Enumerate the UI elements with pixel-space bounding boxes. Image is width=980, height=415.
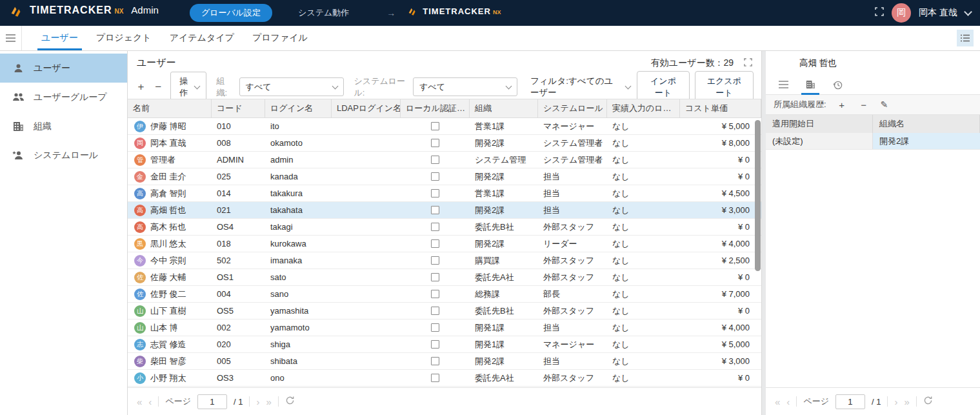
chevron-down-icon[interactable]	[964, 8, 972, 16]
column-header[interactable]: ログイン名	[265, 99, 332, 117]
fullscreen-icon[interactable]	[875, 7, 884, 19]
local-auth-checkbox[interactable]	[431, 374, 439, 382]
table-row[interactable]: 佐佐藤 大輔OS1sato委託先A社外部スタッフなし¥ 0	[128, 269, 761, 286]
local-auth-checkbox[interactable]	[431, 239, 439, 248]
detail-tab-history[interactable]	[824, 75, 851, 94]
history-row[interactable]: (未設定)開発2課	[766, 133, 980, 150]
edit-history-icon[interactable]: ✎	[881, 99, 888, 110]
table-row[interactable]: 金金田 圭介025kanada開発2課担当なし¥ 0	[128, 168, 761, 185]
detail-tab-properties[interactable]	[770, 75, 797, 94]
local-auth-checkbox[interactable]	[431, 357, 439, 365]
table-row[interactable]: 岡岡本 直哉008okamoto開発2課システム管理者なし¥ 8,000	[128, 135, 761, 152]
first-page-button[interactable]: «	[775, 396, 780, 407]
role-filter-select[interactable]: すべて	[413, 77, 517, 96]
current-user-avatar[interactable]: 岡	[892, 3, 911, 23]
column-header[interactable]: コード	[212, 99, 265, 117]
tab-users[interactable]: ユーザー	[32, 26, 87, 50]
user-name: 黒川 悠太	[150, 238, 186, 250]
add-user-button[interactable]: +	[135, 81, 146, 94]
column-header[interactable]: 適用開始日	[766, 115, 873, 133]
column-header[interactable]: 名前	[128, 99, 212, 117]
local-auth-checkbox[interactable]	[431, 323, 439, 332]
local-auth-checkbox[interactable]	[431, 340, 439, 349]
global-settings-button[interactable]: グローバル設定	[190, 4, 272, 22]
column-header[interactable]: LDAPログイン名	[332, 99, 401, 117]
user-filter-dropdown[interactable]: フィルタ:すべてのユーザー	[530, 76, 630, 99]
local-auth-checkbox[interactable]	[431, 223, 439, 231]
refresh-icon[interactable]	[285, 396, 295, 407]
table-row[interactable]: 高高倉 智則014takakura営業1課担当なし¥ 4,500	[128, 185, 761, 202]
detail-tab-organization[interactable]	[797, 75, 824, 94]
page-number-input[interactable]	[835, 394, 865, 409]
tab-projects[interactable]: プロジェクト	[87, 26, 161, 50]
expand-panel-icon[interactable]	[744, 57, 752, 69]
column-header[interactable]: 実績入力のロ…	[607, 99, 680, 117]
tab-item-types[interactable]: アイテムタイプ	[161, 26, 243, 50]
input-role: なし	[607, 135, 680, 151]
local-auth-checkbox[interactable]	[431, 290, 439, 298]
last-page-button[interactable]: »	[266, 396, 271, 407]
ldap-login-name	[332, 252, 401, 268]
sidebar-item-organizations[interactable]: 組織	[0, 112, 127, 141]
table-row[interactable]: 伊伊藤 博昭010ito営業1課マネージャーなし¥ 5,000	[128, 118, 761, 135]
remove-history-button[interactable]: −	[857, 99, 870, 110]
column-header[interactable]: 組織名	[873, 115, 980, 133]
next-page-button[interactable]: ›	[894, 396, 897, 407]
local-auth-checkbox[interactable]	[431, 122, 439, 130]
menu-icon[interactable]	[0, 26, 22, 50]
last-page-button[interactable]: »	[904, 396, 909, 407]
login-name: shibata	[265, 353, 332, 369]
system-behavior-link[interactable]: システム動作	[298, 7, 349, 19]
current-user-name: 岡本 直哉	[919, 7, 957, 19]
next-page-button[interactable]: ›	[256, 396, 259, 407]
local-auth-checkbox[interactable]	[431, 206, 439, 214]
user-code: OS3	[212, 370, 265, 386]
table-row[interactable]: 今今中 宗則502imanaka購買課外部スタッフなし¥ 2,500	[128, 252, 761, 269]
cost-rate: ¥ 0	[680, 219, 761, 235]
import-button[interactable]: インポート	[637, 71, 689, 103]
table-row[interactable]: 高高木 拓也OS4takagi委託先B社外部スタッフなし¥ 0	[128, 219, 761, 236]
local-auth-checkbox[interactable]	[431, 273, 439, 281]
prev-page-button[interactable]: ‹	[786, 396, 790, 407]
sidebar-item-system-roles[interactable]: システムロール	[0, 141, 127, 170]
actions-dropdown-button[interactable]: 操作	[170, 72, 206, 103]
page-label: ページ	[803, 396, 829, 407]
local-auth-checkbox[interactable]	[431, 156, 439, 164]
timetracker-link-logo[interactable]: TIMETRACKER NX	[407, 6, 501, 19]
column-header[interactable]: コスト単価	[680, 99, 761, 117]
table-row[interactable]: 小小野 翔太OS3ono委託先A社外部スタッフなし¥ 0	[128, 370, 761, 387]
page-number-input[interactable]	[197, 394, 227, 409]
column-header[interactable]: ローカル認証…	[401, 99, 470, 117]
sidebar-item-users[interactable]: ユーザー	[0, 54, 127, 83]
ldap-login-name	[332, 353, 401, 369]
column-header[interactable]: システムロール	[538, 99, 607, 117]
refresh-icon[interactable]	[923, 396, 933, 407]
vertical-scrollbar[interactable]	[755, 120, 761, 271]
table-row[interactable]: 山山下 直樹OS5yamashita委託先B社外部スタッフなし¥ 0	[128, 303, 761, 319]
column-header[interactable]: 組織	[470, 99, 538, 117]
prev-page-button[interactable]: ‹	[148, 396, 152, 407]
local-auth-checkbox[interactable]	[431, 307, 439, 315]
tab-profiles[interactable]: プロファイル	[243, 26, 317, 50]
export-button[interactable]: エクスポート	[695, 71, 754, 103]
login-name: ito	[265, 118, 332, 134]
table-row[interactable]: 佐佐野 俊二004sano総務課部長なし¥ 7,000	[128, 286, 761, 303]
table-row[interactable]: 山山本 博002yamamoto開発1課担当なし¥ 4,000	[128, 319, 761, 336]
sidebar-item-user-groups[interactable]: ユーザーグループ	[0, 83, 127, 112]
add-history-button[interactable]: +	[835, 99, 848, 110]
table-row[interactable]: 高高畑 哲也021takahata開発2課担当なし¥ 3,000	[128, 202, 761, 219]
local-auth-checkbox[interactable]	[431, 256, 439, 265]
org-filter-select[interactable]: すべて	[239, 77, 344, 96]
local-auth-checkbox[interactable]	[431, 189, 439, 197]
first-page-button[interactable]: «	[137, 396, 142, 407]
table-row[interactable]: 管管理者ADMINadminシステム管理システム管理者なし¥ 0	[128, 152, 761, 168]
remove-user-button[interactable]: −	[153, 81, 164, 94]
local-auth-checkbox[interactable]	[431, 172, 439, 181]
table-row[interactable]: 柴柴田 智彦005shibata開発2課担当なし¥ 3,000	[128, 353, 761, 370]
org-filter-label: 組織:	[217, 76, 233, 99]
ldap-login-name	[332, 118, 401, 134]
local-auth-checkbox[interactable]	[431, 139, 439, 147]
table-row[interactable]: 黒黒川 悠太018kurokawa開発2課リーダーなし¥ 4,000	[128, 236, 761, 252]
table-row[interactable]: 志志賀 修造020shiga開発1課マネージャーなし¥ 5,000	[128, 336, 761, 353]
list-view-toggle-button[interactable]	[957, 30, 974, 46]
